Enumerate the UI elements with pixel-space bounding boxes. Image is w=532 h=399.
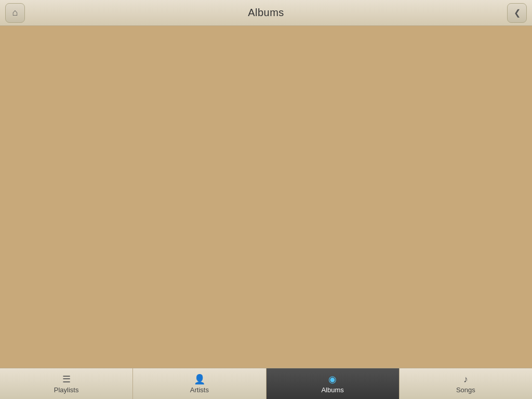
page-title: Albums xyxy=(248,7,284,19)
albums-icon: ◉ xyxy=(328,374,337,385)
tab-albums-label: Albums xyxy=(321,386,343,394)
tab-playlists[interactable]: ☰ Playlists xyxy=(0,368,133,399)
header: ⌂ Albums ❮ xyxy=(0,0,532,26)
tab-bar: ☰ Playlists 👤 Artists ◉ Albums ♪ Songs xyxy=(0,368,532,399)
tab-artists-label: Artists xyxy=(190,386,209,394)
tab-songs-label: Songs xyxy=(456,386,475,394)
playlists-icon: ☰ xyxy=(62,374,71,385)
artists-icon: 👤 xyxy=(194,374,205,385)
tab-albums[interactable]: ◉ Albums xyxy=(267,368,400,399)
home-button[interactable]: ⌂ xyxy=(5,3,25,23)
back-button[interactable]: ❮ xyxy=(507,3,527,23)
tab-songs[interactable]: ♪ Songs xyxy=(400,368,532,399)
songs-icon: ♪ xyxy=(463,374,468,385)
tab-playlists-label: Playlists xyxy=(54,386,79,394)
albums-grid-container xyxy=(0,26,532,368)
tab-artists[interactable]: 👤 Artists xyxy=(133,368,266,399)
